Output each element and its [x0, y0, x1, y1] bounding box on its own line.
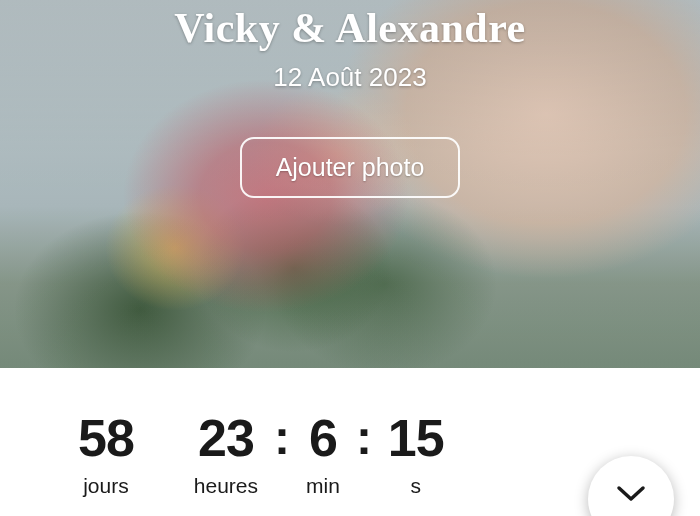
countdown-seconds: 15 s — [388, 412, 444, 498]
countdown-minutes-label: min — [306, 474, 340, 498]
countdown-minutes: 6 min — [306, 412, 340, 498]
countdown-seconds-value: 15 — [388, 412, 444, 464]
countdown-hours: 23 heures — [194, 412, 258, 498]
countdown-seconds-label: s — [411, 474, 422, 498]
countdown-days-label: jours — [83, 474, 129, 498]
countdown-minutes-value: 6 — [309, 412, 337, 464]
add-photo-button[interactable]: Ajouter photo — [240, 137, 461, 198]
couple-names: Vicky & Alexandre — [174, 4, 526, 52]
wedding-date: 12 Août 2023 — [273, 62, 426, 93]
countdown-days-value: 58 — [78, 412, 134, 464]
countdown-separator: : — [274, 412, 290, 462]
countdown-separator: : — [356, 412, 372, 462]
countdown-days: 58 jours — [78, 412, 134, 498]
countdown-hours-label: heures — [194, 474, 258, 498]
countdown-hours-value: 23 — [198, 412, 254, 464]
chevron-down-icon — [616, 485, 646, 503]
